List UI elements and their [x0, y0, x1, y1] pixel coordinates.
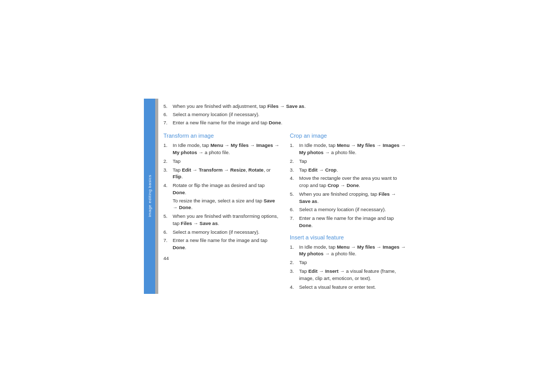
step-text: Enter a new file name for the image and … [173, 119, 282, 126]
step-num: 7. [163, 119, 171, 126]
two-columns: Transform an image 1. In Idle mode, tap … [163, 133, 406, 293]
step-num: 6. [163, 111, 171, 118]
continuation-step-6: 6. Select a memory location (if necessar… [163, 111, 406, 118]
crop-step-1: 1. In Idle mode, tap Menu → My files → I… [290, 142, 406, 156]
crop-step-4: 4. Move the rectangle over the area you … [290, 175, 406, 189]
crop-step-3: 3. Tap Edit → Crop. [290, 166, 406, 174]
step-num: 5. [163, 103, 171, 110]
insert-steps: 1. In Idle mode, tap Menu → My files → I… [290, 244, 406, 291]
insert-step-3: 3. Tap Edit → Insert → a visual feature … [290, 268, 406, 282]
step-text: When you are finished with adjustment, t… [173, 103, 306, 110]
insert-title: Insert a visual feature [290, 234, 406, 240]
sidebar-label: image editing basics [147, 175, 152, 217]
main-content: 5. When you are finished with adjustment… [158, 99, 411, 294]
page-number: 44 [163, 255, 280, 261]
crop-step-2: 2. Tap [290, 158, 406, 165]
content-area: image editing basics 5. When you are fin… [144, 99, 411, 294]
transform-step-5: 5. When you are finished with transformi… [163, 213, 280, 227]
transform-step-3: 3. Tap Edit → Transform → Resize, Rotate… [163, 166, 280, 181]
insert-step-2: 2. Tap [290, 259, 406, 266]
continuation-section: 5. When you are finished with adjustment… [163, 99, 406, 133]
crop-steps: 1. In Idle mode, tap Menu → My files → I… [290, 142, 406, 229]
transform-step-7: 7. Enter a new file name for the image a… [163, 237, 280, 251]
transform-step-4: 4. Rotate or flip the image as desired a… [163, 182, 280, 211]
crop-step-6: 6. Select a memory location (if necessar… [290, 206, 406, 213]
crop-title: Crop an image [290, 133, 406, 139]
transform-steps: 1. In Idle mode, tap Menu → My files → I… [163, 142, 280, 251]
insert-step-4: 4. Select a visual feature or enter text… [290, 284, 406, 291]
transform-step-1: 1. In Idle mode, tap Menu → My files → I… [163, 142, 280, 156]
left-column: Transform an image 1. In Idle mode, tap … [163, 133, 280, 293]
continuation-step-5: 5. When you are finished with adjustment… [163, 103, 406, 110]
right-column: Crop an image 1. In Idle mode, tap Menu … [290, 133, 406, 293]
continuation-step-7: 7. Enter a new file name for the image a… [163, 119, 406, 126]
crop-step-7: 7. Enter a new file name for the image a… [290, 215, 406, 229]
transform-step-6: 6. Select a memory location (if necessar… [163, 229, 280, 236]
page-container: image editing basics 5. When you are fin… [0, 0, 555, 392]
insert-step-1: 1. In Idle mode, tap Menu → My files → I… [290, 244, 406, 258]
sidebar-bar: image editing basics [144, 99, 155, 294]
step-text: Select a memory location (if necessary). [173, 111, 260, 118]
crop-step-5: 5. When you are finished cropping, tap F… [290, 191, 406, 205]
transform-step-2: 2. Tap [163, 158, 280, 165]
transform-title: Transform an image [163, 133, 280, 139]
